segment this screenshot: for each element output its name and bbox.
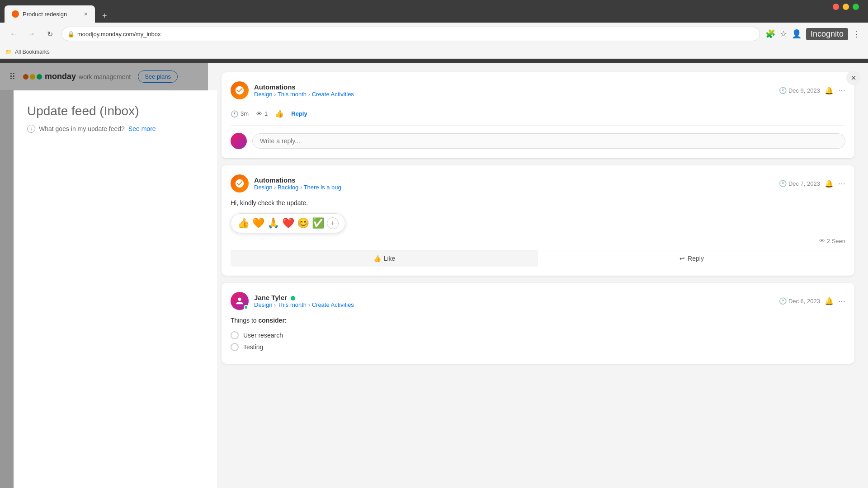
emoji-check[interactable]: ✅ bbox=[312, 218, 324, 228]
card-sender-2: Automations bbox=[254, 176, 774, 184]
card-date-3: Dec 6, 2023 bbox=[788, 298, 820, 305]
card-breadcrumb-1: Design › This month › Create Activities bbox=[254, 91, 774, 98]
card-date-2: Dec 7, 2023 bbox=[788, 180, 820, 187]
checklist-item-1: User research bbox=[231, 331, 845, 339]
emoji-add-button[interactable]: + bbox=[327, 217, 339, 229]
thumb-icon-1: 👍 bbox=[275, 109, 284, 118]
address-bar[interactable]: 🔒 moodjoy.monday.com/my_inbox bbox=[61, 27, 760, 41]
window-maximize-button[interactable]: + bbox=[853, 4, 859, 10]
star-icon[interactable]: ☆ bbox=[780, 29, 787, 39]
more-options-2[interactable]: ⋯ bbox=[838, 179, 845, 188]
card-actions-1: 🕐 3m 👁 1 👍 Reply bbox=[231, 105, 845, 118]
extension-icon[interactable]: 🧩 bbox=[765, 29, 775, 39]
info-icon: i bbox=[27, 125, 35, 133]
bookmarks-label: All Bookmarks bbox=[15, 49, 50, 55]
seen-1: 👁 1 bbox=[256, 110, 268, 117]
back-button[interactable]: ← bbox=[7, 28, 20, 40]
bell-icon-1[interactable]: 🔔 bbox=[825, 86, 834, 95]
lock-icon: 🔒 bbox=[67, 31, 75, 38]
checklist-label-2: Testing bbox=[243, 343, 263, 351]
window-minimize-button[interactable]: − bbox=[843, 4, 849, 10]
reply-avatar-1 bbox=[231, 133, 247, 149]
update-feed-sidebar: Update feed (Inbox) i What goes in my up… bbox=[14, 90, 217, 488]
more-options-1[interactable]: ⋯ bbox=[838, 86, 845, 95]
checklist-item-2: Testing bbox=[231, 343, 845, 351]
card-meta-2: 🕐 Dec 7, 2023 🔔 ⋯ bbox=[779, 179, 845, 188]
reply-input-1[interactable] bbox=[252, 133, 845, 149]
reply-input-row-1 bbox=[231, 125, 845, 149]
window-close-button[interactable]: ✕ bbox=[833, 4, 839, 10]
automations-avatar-1 bbox=[231, 81, 249, 99]
clock-small-1: 🕐 bbox=[231, 110, 238, 117]
refresh-button[interactable]: ↻ bbox=[43, 28, 56, 40]
sidebar-title: Update feed (Inbox) bbox=[27, 104, 203, 118]
emoji-thumbs-up[interactable]: 👍 bbox=[237, 218, 250, 228]
checklist-circle-2[interactable] bbox=[231, 343, 239, 351]
card-meta-1: 🕐 Dec 9, 2023 🔔 ⋯ bbox=[779, 86, 845, 95]
card-sender-3: Jane Tyler bbox=[254, 294, 774, 301]
like-button-2[interactable]: 👍 Like bbox=[231, 250, 538, 267]
seen-count-2: 👁 2 Seen bbox=[231, 238, 845, 244]
eye-icon-2: 👁 bbox=[819, 238, 825, 244]
bell-icon-3[interactable]: 🔔 bbox=[825, 297, 834, 305]
time-ago-1: 🕐 3m bbox=[231, 110, 249, 117]
eye-icon-1: 👁 bbox=[256, 110, 262, 117]
card-body-3: Things to consider: bbox=[231, 315, 845, 325]
checklist-label-1: User research bbox=[243, 332, 283, 339]
clock-icon-3: 🕐 bbox=[779, 297, 787, 305]
emoji-orange-heart[interactable]: 🧡 bbox=[252, 218, 264, 228]
reply-link-1[interactable]: Reply bbox=[291, 110, 307, 117]
incognito-badge: Incognito bbox=[806, 28, 848, 40]
feed-card-2: Automations Design › Backlog › There is … bbox=[222, 165, 854, 276]
automations-avatar-2 bbox=[231, 174, 249, 192]
emoji-smile[interactable]: 😊 bbox=[297, 218, 309, 228]
close-button[interactable]: × bbox=[846, 70, 861, 85]
feed-card-1: Automations Design › This month › Create… bbox=[222, 72, 854, 158]
tab-title: Product redesign bbox=[23, 11, 80, 18]
feed-card-3: Jane Tyler Design › This month › Create … bbox=[222, 283, 854, 363]
card-body-2: Hi, kindly check the update. bbox=[231, 198, 845, 208]
forward-button[interactable]: → bbox=[25, 28, 38, 40]
card-breadcrumb-3: Design › This month › Create Activities bbox=[254, 301, 774, 308]
reply-icon-2: ↩ bbox=[679, 255, 685, 262]
see-more-link[interactable]: See more bbox=[128, 125, 156, 132]
bell-icon-2[interactable]: 🔔 bbox=[825, 179, 834, 188]
profile-icon[interactable]: 👤 bbox=[792, 29, 802, 39]
feed-panel: × Automations Design › This month › Crea… bbox=[208, 63, 868, 488]
reply-button-2[interactable]: ↩ Reply bbox=[538, 250, 845, 267]
bookmarks-icon: 📁 bbox=[5, 49, 12, 55]
card-meta-3: 🕐 Dec 6, 2023 🔔 ⋯ bbox=[779, 297, 845, 305]
emoji-heart[interactable]: ❤️ bbox=[282, 218, 294, 228]
more-options-3[interactable]: ⋯ bbox=[838, 297, 845, 305]
jane-avatar bbox=[231, 292, 249, 310]
card-breadcrumb-2: Design › Backlog › There is a bug bbox=[254, 184, 774, 191]
online-indicator bbox=[244, 305, 248, 310]
menu-icon[interactable]: ⋮ bbox=[853, 29, 861, 39]
emoji-pray[interactable]: 🙏 bbox=[267, 218, 279, 228]
card-date-1: Dec 9, 2023 bbox=[788, 87, 820, 94]
like-action-1[interactable]: 👍 bbox=[275, 109, 284, 118]
card-sender-1: Automations bbox=[254, 83, 774, 91]
checklist-circle-1[interactable] bbox=[231, 331, 239, 339]
sidebar-info-text: What goes in my update feed? bbox=[39, 125, 125, 132]
card-bottom-actions-2: 👍 Like ↩ Reply bbox=[231, 250, 845, 267]
like-icon-2: 👍 bbox=[373, 255, 381, 262]
tab-favicon bbox=[12, 10, 19, 18]
tab-close-button[interactable]: × bbox=[84, 10, 88, 18]
browser-tab[interactable]: Product redesign × bbox=[5, 5, 95, 23]
clock-icon-2: 🕐 bbox=[779, 180, 787, 187]
clock-icon-1: 🕐 bbox=[779, 87, 787, 94]
emoji-picker-2: 👍 🧡 🙏 ❤️ 😊 ✅ + bbox=[231, 213, 345, 233]
address-text: moodjoy.monday.com/my_inbox bbox=[77, 31, 161, 38]
new-tab-button[interactable]: + bbox=[99, 9, 111, 23]
